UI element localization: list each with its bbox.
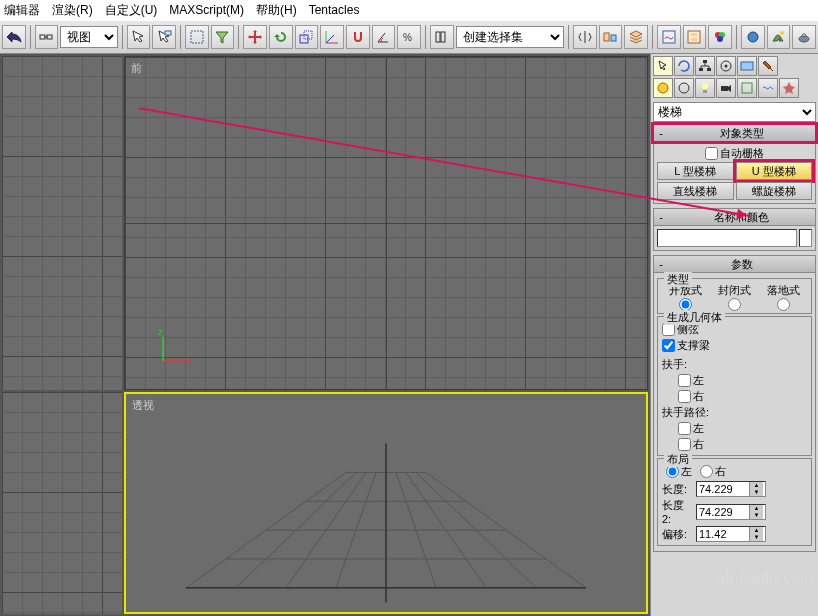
railpath-right-checkbox[interactable]: [678, 438, 691, 451]
autogrid-checkbox[interactable]: [705, 147, 718, 160]
command-panel: 楼梯 - 对象类型 自动栅格 L 型楼梯 U 型楼梯 直线楼梯 螺旋楼梯 - 名…: [650, 54, 818, 616]
selection-set-dropdown[interactable]: 创建选择集: [456, 26, 564, 48]
cameras-cat-icon[interactable]: [716, 78, 736, 98]
schematic-icon[interactable]: [683, 25, 707, 49]
rotate-icon[interactable]: [269, 25, 293, 49]
viewport-area: 前 x z 透视: [0, 54, 650, 616]
railpath-left-checkbox[interactable]: [678, 422, 691, 435]
geometry-cat-icon[interactable]: [653, 78, 673, 98]
svg-rect-4: [191, 31, 203, 43]
carriage-checkbox[interactable]: [662, 339, 675, 352]
motion-tab-icon[interactable]: [716, 56, 736, 76]
named-sel-icon[interactable]: [430, 25, 454, 49]
move-icon[interactable]: [243, 25, 267, 49]
viewmode-dropdown[interactable]: 视图: [60, 26, 117, 48]
length2-input[interactable]: [697, 505, 749, 519]
select-icon[interactable]: [127, 25, 151, 49]
render-setup-icon[interactable]: [741, 25, 765, 49]
menu-editor[interactable]: 编辑器: [4, 2, 40, 19]
svg-point-21: [717, 36, 723, 42]
snap-icon[interactable]: [346, 25, 370, 49]
svg-line-9: [326, 35, 334, 43]
display-tab-icon[interactable]: [737, 56, 757, 76]
down-arrow-icon[interactable]: ▼: [749, 512, 763, 519]
svg-point-22: [748, 32, 758, 42]
box-type-radio[interactable]: [777, 298, 790, 311]
select-name-icon[interactable]: [152, 25, 176, 49]
layout-right-radio[interactable]: [700, 465, 713, 478]
menu-customize[interactable]: 自定义(U): [105, 2, 158, 19]
curve-editor-icon[interactable]: [657, 25, 681, 49]
align-icon[interactable]: [599, 25, 623, 49]
layers-icon[interactable]: [624, 25, 648, 49]
offset-spinner[interactable]: ▲▼: [696, 526, 766, 542]
up-arrow-icon[interactable]: ▲: [749, 505, 763, 512]
svg-rect-13: [604, 33, 609, 41]
spiral-stairs-button[interactable]: 螺旋楼梯: [736, 182, 813, 200]
svg-rect-14: [611, 35, 616, 41]
length2-spinner[interactable]: ▲▼: [696, 504, 766, 520]
mirror-icon[interactable]: [573, 25, 597, 49]
svg-rect-46: [699, 68, 703, 71]
menu-maxscript[interactable]: MAXScript(M): [169, 3, 244, 17]
angle-snap-icon[interactable]: [372, 25, 396, 49]
modify-tab-icon[interactable]: [674, 56, 694, 76]
main-toolbar: 视图 % 创建选择集: [0, 20, 818, 54]
handrail-left-checkbox[interactable]: [678, 374, 691, 387]
object-color-swatch[interactable]: [799, 229, 812, 247]
straight-stairs-button[interactable]: 直线楼梯: [657, 182, 734, 200]
closed-type-radio[interactable]: [728, 298, 741, 311]
select-rect-icon[interactable]: [185, 25, 209, 49]
geometry-group: 生成几何体 侧弦 支撑梁 扶手: 左 右 扶手路径: 左 右: [657, 316, 812, 456]
svg-rect-17: [691, 33, 697, 36]
object-type-body: 自动栅格 L 型楼梯 U 型楼梯 直线楼梯 螺旋楼梯: [653, 142, 816, 204]
menu-render[interactable]: 渲染(R): [52, 2, 93, 19]
undo-icon[interactable]: [2, 25, 26, 49]
length-spinner[interactable]: ▲▼: [696, 481, 766, 497]
menu-help[interactable]: 帮助(H): [256, 2, 297, 19]
render-icon[interactable]: [767, 25, 791, 49]
utilities-tab-icon[interactable]: [758, 56, 778, 76]
shapes-cat-icon[interactable]: [674, 78, 694, 98]
handrail-right-checkbox[interactable]: [678, 390, 691, 403]
perspective-grid-icon: [146, 434, 626, 607]
offset-input[interactable]: [697, 527, 749, 541]
down-arrow-icon[interactable]: ▼: [749, 489, 763, 496]
object-type-header[interactable]: - 对象类型: [653, 124, 816, 142]
svg-text:z: z: [158, 329, 163, 337]
params-header[interactable]: - 参数: [653, 255, 816, 273]
viewport-perspective[interactable]: 透视: [124, 392, 648, 614]
svg-rect-11: [436, 32, 440, 42]
hierarchy-tab-icon[interactable]: [695, 56, 715, 76]
helpers-cat-icon[interactable]: [737, 78, 757, 98]
category-tabs: [653, 78, 816, 98]
up-arrow-icon[interactable]: ▲: [749, 482, 763, 489]
viewport-top-left[interactable]: [2, 56, 122, 390]
quick-render-icon[interactable]: [792, 25, 816, 49]
svg-point-53: [702, 83, 708, 89]
spacewarp-cat-icon[interactable]: [758, 78, 778, 98]
u-stairs-button[interactable]: U 型楼梯: [736, 162, 813, 180]
lights-cat-icon[interactable]: [695, 78, 715, 98]
refsys-icon[interactable]: [320, 25, 344, 49]
viewport-front[interactable]: 前 x z: [124, 56, 648, 390]
up-arrow-icon[interactable]: ▲: [749, 527, 763, 534]
down-arrow-icon[interactable]: ▼: [749, 534, 763, 541]
name-color-body: [653, 226, 816, 251]
material-icon[interactable]: [708, 25, 732, 49]
link-icon[interactable]: [35, 25, 59, 49]
subcategory-dropdown[interactable]: 楼梯: [653, 102, 816, 122]
svg-rect-16: [688, 31, 700, 43]
object-name-input[interactable]: [657, 229, 797, 247]
name-color-header[interactable]: - 名称和颜色: [653, 208, 816, 226]
length-input[interactable]: [697, 482, 749, 496]
systems-cat-icon[interactable]: [779, 78, 799, 98]
create-tab-icon[interactable]: [653, 56, 673, 76]
filter-icon[interactable]: [211, 25, 235, 49]
percent-snap-icon[interactable]: %: [397, 25, 421, 49]
svg-point-51: [658, 83, 668, 93]
menu-tentacles[interactable]: Tentacles: [309, 3, 360, 17]
scale-icon[interactable]: [295, 25, 319, 49]
l-stairs-button[interactable]: L 型楼梯: [657, 162, 734, 180]
viewport-bottom-left[interactable]: [2, 392, 122, 614]
